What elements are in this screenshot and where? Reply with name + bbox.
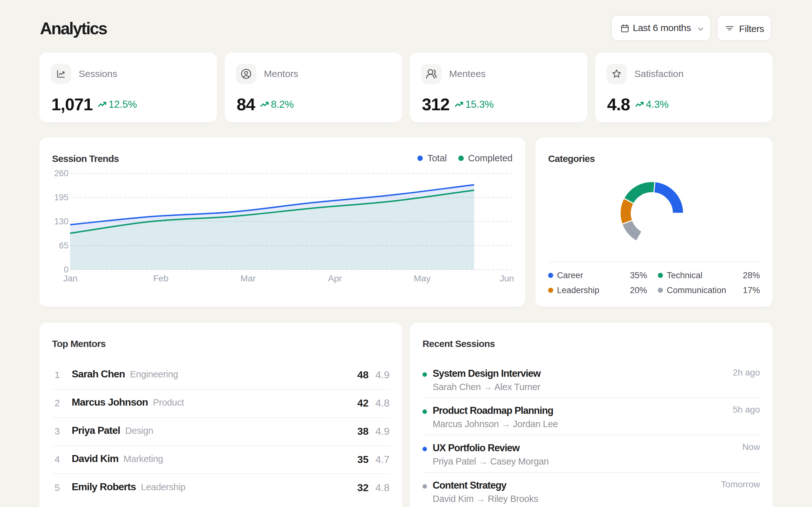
svg-text:Jan: Jan xyxy=(63,274,78,283)
svg-text:195: 195 xyxy=(54,193,68,202)
svg-text:May: May xyxy=(414,274,431,283)
svg-text:65: 65 xyxy=(59,241,68,250)
svg-text:Mar: Mar xyxy=(241,274,256,283)
svg-text:0: 0 xyxy=(64,265,68,274)
svg-text:Jun: Jun xyxy=(500,274,514,283)
svg-text:Apr: Apr xyxy=(328,274,342,283)
svg-text:Feb: Feb xyxy=(153,274,168,283)
svg-text:130: 130 xyxy=(54,217,68,226)
svg-text:260: 260 xyxy=(54,169,68,178)
